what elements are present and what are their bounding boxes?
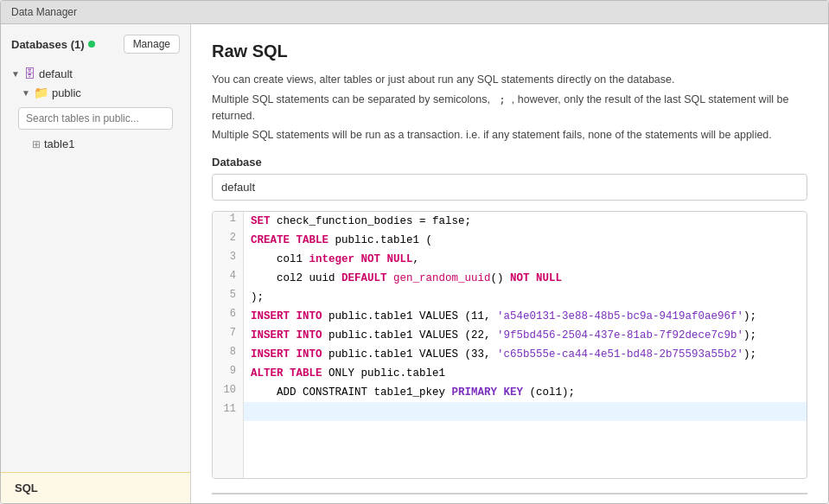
line-num-6: 6: [213, 307, 244, 326]
sidebar: Databases (1) Manage ▼ 🗄 default ▼ 📁 pub…: [1, 24, 191, 503]
line-content-8: INSERT INTO public.table1 VALUES (33, 'c…: [244, 345, 807, 364]
code-line-8: 8 INSERT INTO public.table1 VALUES (33, …: [213, 345, 807, 364]
line-content-empty: [244, 421, 807, 440]
line-num-2: 2: [213, 231, 244, 250]
sql-nav-label: SQL: [15, 482, 38, 494]
tree-section: ▼ 🗄 default ▼ 📁 public ⊞ table1: [1, 61, 190, 472]
connection-status-dot: [88, 41, 95, 48]
line-content-10: ADD CONSTRAINT table1_pkey PRIMARY KEY (…: [244, 383, 807, 402]
line-content-5: );: [244, 288, 807, 307]
code-line-4: 4 col2 uuid DEFAULT gen_random_uuid() NO…: [213, 269, 807, 288]
line-num-11: 11: [213, 402, 244, 421]
code-lines: 1 SET check_function_bodies = false; 2 C…: [213, 212, 807, 478]
line-num-4: 4: [213, 269, 244, 288]
titlebar: Data Manager: [1, 1, 828, 24]
tree-item-table1[interactable]: ⊞ table1: [8, 135, 183, 153]
line-content-9: ALTER TABLE ONLY public.table1: [244, 364, 807, 383]
main-content: Raw SQL You can create views, alter tabl…: [191, 24, 828, 503]
app-window: Data Manager Databases (1) Manage ▼ 🗄 de…: [0, 0, 829, 504]
content-area: Databases (1) Manage ▼ 🗄 default ▼ 📁 pub…: [1, 24, 828, 503]
line-num-empty2: [213, 440, 244, 459]
line-content-2: CREATE TABLE public.table1 (: [244, 231, 807, 250]
line-num-empty: [213, 421, 244, 440]
line-num-9: 9: [213, 364, 244, 383]
public-schema-label: public: [52, 86, 81, 99]
line-num-3: 3: [213, 250, 244, 269]
code-line-empty: [213, 421, 807, 440]
description-3: Multiple SQL statements will be run as a…: [212, 127, 807, 144]
code-line-11: 11: [213, 402, 807, 421]
description-1: You can create views, alter tables or ju…: [212, 72, 807, 88]
line-num-8: 8: [213, 345, 244, 364]
app-title: Data Manager: [11, 6, 77, 18]
code-line-1: 1 SET check_function_bodies = false;: [213, 212, 807, 231]
line-content-11: [244, 402, 807, 421]
code-line-2: 2 CREATE TABLE public.table1 (: [213, 231, 807, 250]
code-line-empty3: [213, 459, 807, 478]
table1-label: table1: [44, 137, 74, 150]
tree-item-public[interactable]: ▼ 📁 public: [8, 83, 183, 102]
chevron-down-icon-2: ▼: [22, 88, 30, 98]
line-content-4: col2 uuid DEFAULT gen_random_uuid() NOT …: [244, 269, 807, 288]
sql-nav-item[interactable]: SQL: [1, 472, 190, 503]
code-line-7: 7 INSERT INTO public.table1 VALUES (22, …: [213, 326, 807, 345]
line-content-6: INSERT INTO public.table1 VALUES (11, 'a…: [244, 307, 807, 326]
code-line-empty2: [213, 440, 807, 459]
code-line-9: 9 ALTER TABLE ONLY public.table1: [213, 364, 807, 383]
code-line-3: 3 col1 integer NOT NULL,: [213, 250, 807, 269]
description-2: Multiple SQL statements can be separated…: [212, 92, 807, 124]
database-input[interactable]: [212, 174, 807, 201]
schema-icon: 📁: [34, 86, 48, 99]
line-content-empty2: [244, 440, 807, 459]
line-num-1: 1: [213, 212, 244, 231]
line-content-1: SET check_function_bodies = false;: [244, 212, 807, 231]
separator: [212, 493, 807, 494]
default-db-label: default: [39, 67, 73, 80]
tree-item-default[interactable]: ▼ 🗄 default: [8, 64, 183, 83]
databases-title: Databases (1): [11, 38, 95, 51]
chevron-down-icon: ▼: [11, 69, 20, 79]
line-content-empty3: [244, 459, 807, 478]
databases-label: Databases (1): [11, 38, 85, 51]
table-icon: ⊞: [32, 138, 41, 150]
code-line-10: 10 ADD CONSTRAINT table1_pkey PRIMARY KE…: [213, 383, 807, 402]
line-num-5: 5: [213, 288, 244, 307]
code-editor[interactable]: 1 SET check_function_bodies = false; 2 C…: [212, 211, 807, 479]
line-num-10: 10: [213, 383, 244, 402]
line-content-7: INSERT INTO public.table1 VALUES (22, '9…: [244, 326, 807, 345]
database-label: Database: [212, 156, 807, 169]
page-title: Raw SQL: [212, 41, 807, 61]
line-num-7: 7: [213, 326, 244, 345]
sidebar-header: Databases (1) Manage: [1, 24, 190, 61]
database-icon: 🗄: [23, 67, 35, 80]
manage-button[interactable]: Manage: [124, 35, 180, 54]
line-content-3: col1 integer NOT NULL,: [244, 250, 807, 269]
code-line-5: 5 );: [213, 288, 807, 307]
code-line-6: 6 INSERT INTO public.table1 VALUES (11, …: [213, 307, 807, 326]
line-num-empty3: [213, 459, 244, 478]
table-search-input[interactable]: [18, 107, 173, 130]
